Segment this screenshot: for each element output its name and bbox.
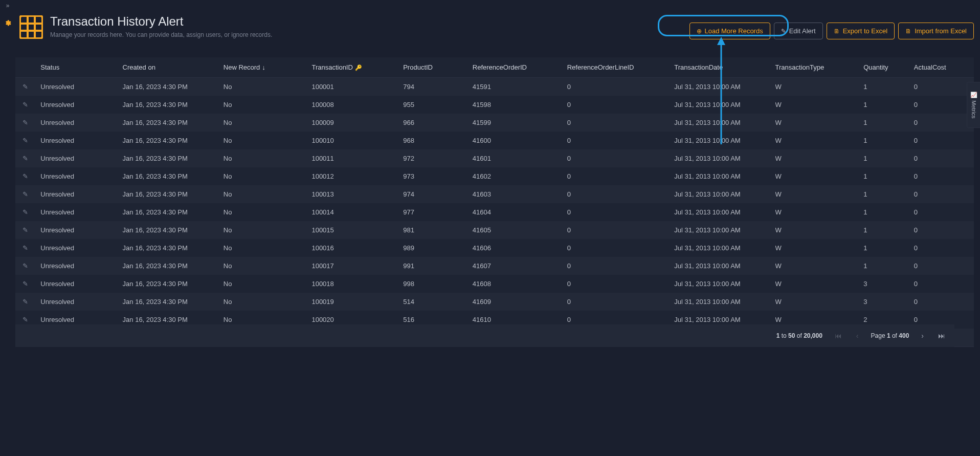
cell-transaction-type: W — [775, 293, 864, 311]
column-header-quantity[interactable]: Quantity — [863, 57, 914, 78]
pagination-first-button[interactable]: ⏮ — [833, 332, 844, 340]
cell-quantity: 1 — [863, 203, 914, 221]
edit-row-icon[interactable]: ✎ — [23, 262, 28, 270]
key-icon: 🔑 — [355, 64, 362, 71]
cell-transaction-id: 100017 — [311, 257, 403, 275]
column-header-status[interactable]: Status — [40, 57, 122, 78]
table-row[interactable]: ✎UnresolvedJan 16, 2023 4:30 PMNo1000129… — [15, 167, 974, 185]
file-import-icon: 🗎 — [905, 28, 911, 35]
table-row[interactable]: ✎UnresolvedJan 16, 2023 4:30 PMNo1000017… — [15, 78, 974, 96]
column-header-new-record[interactable]: New Record↓ — [224, 57, 312, 78]
column-header-actual-cost[interactable]: ActualCost — [914, 57, 974, 78]
page-subtitle: Manage your records here. You can provid… — [50, 31, 272, 38]
expand-rail-icon[interactable]: » — [6, 2, 10, 9]
table-row[interactable]: ✎UnresolvedJan 16, 2023 4:30 PMNo1000159… — [15, 221, 974, 239]
table-row[interactable]: ✎UnresolvedJan 16, 2023 4:30 PMNo1000119… — [15, 149, 974, 167]
cell-transaction-id: 100012 — [311, 167, 403, 185]
edit-icon: ✎ — [781, 28, 786, 35]
edit-row-icon[interactable]: ✎ — [23, 101, 28, 108]
column-header-created-on[interactable]: Created on — [123, 57, 224, 78]
cell-transaction-id: 100014 — [311, 203, 403, 221]
cell-status: Unresolved — [40, 203, 122, 221]
cell-new-record: No — [224, 185, 312, 203]
edit-row-icon[interactable]: ✎ — [23, 316, 28, 323]
cell-transaction-date: Jul 31, 2013 10:00 AM — [674, 167, 775, 185]
cell-product-id: 968 — [403, 132, 473, 149]
table-row[interactable]: ✎UnresolvedJan 16, 2023 4:30 PMNo1000099… — [15, 114, 974, 132]
table-row[interactable]: ✎UnresolvedJan 16, 2023 4:30 PMNo1000169… — [15, 239, 974, 257]
edit-row-icon[interactable]: ✎ — [23, 298, 28, 306]
cell-reference-order-id: 41606 — [473, 239, 567, 257]
cell-reference-order-id: 41609 — [473, 293, 567, 311]
edit-row-icon[interactable]: ✎ — [23, 137, 28, 144]
import-from-excel-button[interactable]: 🗎 Import from Excel — [898, 23, 974, 39]
cell-transaction-date: Jul 31, 2013 10:00 AM — [674, 203, 775, 221]
load-more-records-button[interactable]: ⊕ Load More Records — [689, 23, 770, 39]
cell-product-id: 794 — [403, 78, 473, 96]
column-header-transaction-date[interactable]: TransactionDate — [674, 57, 775, 78]
edit-alert-button[interactable]: ✎ Edit Alert — [774, 23, 823, 39]
column-header-reference-order-line-id[interactable]: ReferenceOrderLineID — [567, 57, 675, 78]
cell-reference-order-line-id: 0 — [567, 96, 675, 114]
edit-row-icon[interactable]: ✎ — [23, 190, 28, 198]
cell-new-record: No — [224, 221, 312, 239]
cell-created-on: Jan 16, 2023 4:30 PM — [123, 293, 224, 311]
cell-product-id: 514 — [403, 293, 473, 311]
plus-circle-icon: ⊕ — [697, 28, 702, 35]
settings-gear-icon[interactable] — [4, 19, 11, 28]
cell-reference-order-id: 41601 — [473, 149, 567, 167]
cell-transaction-date: Jul 31, 2013 10:00 AM — [674, 293, 775, 311]
cell-transaction-date: Jul 31, 2013 10:00 AM — [674, 275, 775, 293]
edit-row-icon[interactable]: ✎ — [23, 155, 28, 162]
cell-transaction-id: 100016 — [311, 239, 403, 257]
table-row[interactable]: ✎UnresolvedJan 16, 2023 4:30 PMNo1000189… — [15, 275, 974, 293]
cell-reference-order-line-id: 0 — [567, 275, 675, 293]
table-row[interactable]: ✎UnresolvedJan 16, 2023 4:30 PMNo1000179… — [15, 257, 974, 275]
cell-transaction-date: Jul 31, 2013 10:00 AM — [674, 185, 775, 203]
cell-reference-order-id: 41591 — [473, 78, 567, 96]
metrics-tab[interactable]: 📈 Metrics — [967, 82, 980, 128]
cell-reference-order-line-id: 0 — [567, 167, 675, 185]
cell-quantity: 1 — [863, 185, 914, 203]
cell-created-on: Jan 16, 2023 4:30 PM — [123, 221, 224, 239]
cell-created-on: Jan 16, 2023 4:30 PM — [123, 275, 224, 293]
cell-transaction-type: W — [775, 257, 864, 275]
column-header-transaction-type[interactable]: TransactionType — [775, 57, 864, 78]
column-header-transaction-id[interactable]: TransactionID🔑 — [311, 57, 403, 78]
pagination-prev-button[interactable]: ‹ — [854, 332, 861, 340]
edit-row-icon[interactable]: ✎ — [23, 280, 28, 288]
edit-row-icon[interactable]: ✎ — [23, 244, 28, 252]
cell-new-record: No — [224, 96, 312, 114]
pagination-next-button[interactable]: › — [919, 332, 926, 340]
cell-new-record: No — [224, 149, 312, 167]
edit-row-icon[interactable]: ✎ — [23, 226, 28, 234]
cell-transaction-date: Jul 31, 2013 10:00 AM — [674, 221, 775, 239]
edit-row-icon[interactable]: ✎ — [23, 208, 28, 216]
svg-rect-0 — [20, 16, 42, 38]
edit-row-icon[interactable]: ✎ — [23, 172, 28, 180]
cell-created-on: Jan 16, 2023 4:30 PM — [123, 96, 224, 114]
cell-transaction-type: W — [775, 239, 864, 257]
cell-created-on: Jan 16, 2023 4:30 PM — [123, 132, 224, 149]
export-to-excel-button[interactable]: 🗎 Export to Excel — [827, 23, 895, 39]
cell-status: Unresolved — [40, 149, 122, 167]
sort-descending-icon: ↓ — [262, 63, 265, 71]
cell-product-id: 974 — [403, 185, 473, 203]
cell-reference-order-id: 41607 — [473, 257, 567, 275]
pagination-last-button[interactable]: ⏭ — [936, 332, 947, 340]
cell-transaction-id: 100011 — [311, 149, 403, 167]
cell-reference-order-id: 41598 — [473, 96, 567, 114]
cell-status: Unresolved — [40, 257, 122, 275]
cell-actual-cost: 0 — [914, 114, 974, 132]
table-row[interactable]: ✎UnresolvedJan 16, 2023 4:30 PMNo1000149… — [15, 203, 974, 221]
table-row[interactable]: ✎UnresolvedJan 16, 2023 4:30 PMNo1000139… — [15, 185, 974, 203]
column-header-reference-order-id[interactable]: ReferenceOrderID — [473, 57, 567, 78]
cell-status: Unresolved — [40, 275, 122, 293]
table-row[interactable]: ✎UnresolvedJan 16, 2023 4:30 PMNo1000109… — [15, 132, 974, 149]
edit-row-icon[interactable]: ✎ — [23, 119, 28, 126]
pagination-page-label: Page 1 of 400 — [871, 332, 909, 339]
table-row[interactable]: ✎UnresolvedJan 16, 2023 4:30 PMNo1000089… — [15, 96, 974, 114]
column-header-product-id[interactable]: ProductID — [403, 57, 473, 78]
table-row[interactable]: ✎UnresolvedJan 16, 2023 4:30 PMNo1000195… — [15, 293, 974, 311]
edit-row-icon[interactable]: ✎ — [23, 83, 28, 91]
